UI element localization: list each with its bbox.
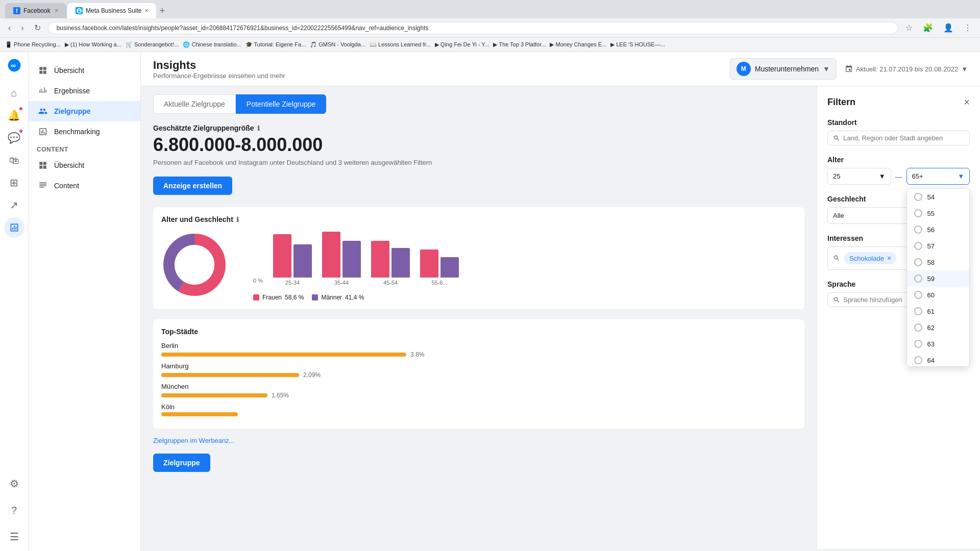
bookmark-lessons[interactable]: 📖 Lessons Learned fr... — [370, 41, 431, 48]
dropdown-option-62[interactable]: 62 — [907, 319, 970, 336]
svg-text:∞: ∞ — [11, 61, 16, 69]
dropdown-option-64[interactable]: 64 — [907, 352, 970, 367]
age-to-arrow: ▼ — [958, 172, 964, 180]
date-dropdown-icon: ▼ — [961, 65, 968, 73]
sidebar-icon-grid[interactable]: ⊞ — [4, 172, 24, 193]
interest-tag-schokolade: Schokolade × — [844, 252, 896, 264]
tab-potentiell[interactable]: Potentielle Zielgruppe — [236, 94, 326, 114]
dropdown-option-58[interactable]: 58 — [907, 254, 970, 270]
age-to-select[interactable]: 65+ ▼ 54 55 — [906, 168, 970, 185]
zielgruppe-icon — [37, 105, 49, 117]
age-dash: — — [895, 172, 902, 181]
dropdown-option-59[interactable]: 59 — [907, 270, 970, 287]
zielgruppen-im-werbeanz-link[interactable]: Zielgruppen im Werbeanz... — [153, 437, 234, 444]
info-icon: ℹ — [257, 124, 260, 132]
bookmark-phone[interactable]: 📱 Phone Recycling... — [5, 41, 61, 48]
filter-title: Filtern — [827, 97, 855, 108]
bookmark-money[interactable]: ▶ Money Changes E... — [550, 41, 606, 48]
legend-men-label: Männer — [321, 294, 342, 301]
age-from-select[interactable]: 25 ▼ — [827, 168, 891, 185]
bookmark-qing[interactable]: ▶ Qing Fei De Yi - Y... — [435, 41, 489, 48]
option-label-60: 60 — [927, 291, 935, 299]
menu-button[interactable]: ⋮ — [961, 21, 975, 35]
nav-item-benchmarking[interactable]: Benchmarking — [29, 121, 140, 142]
y-axis-label: 0 % — [253, 278, 263, 284]
bookmark-lee[interactable]: ▶ LEE 'S HOUSE—... — [610, 41, 665, 48]
interessen-search-icon — [833, 255, 840, 262]
content-icon — [37, 180, 49, 192]
bookmark-top3[interactable]: ▶ The Top 3 Platfor... — [493, 41, 546, 48]
nav-item-zielgruppe[interactable]: Zielgruppe — [29, 101, 140, 121]
sidebar-icon-comment[interactable]: 💬 — [4, 128, 24, 148]
dropdown-option-60[interactable]: 60 — [907, 287, 970, 303]
business-selector[interactable]: M Musterunternehmen ▼ — [730, 58, 837, 80]
legend-women: Frauen 58,6 % — [253, 294, 304, 301]
create-ad-button[interactable]: Anzeige erstellen — [153, 177, 232, 195]
zielgruppe-bottom-btn[interactable]: Zielgruppe — [153, 454, 210, 472]
nav-item-ubersicht2[interactable]: Übersicht — [29, 155, 140, 176]
option-label-59: 59 — [927, 275, 935, 283]
chart-info-icon: ℹ — [236, 216, 239, 223]
browser-toolbar: ‹ › ↻ business.facebook.com/latest/insig… — [0, 18, 980, 38]
geschlecht-value: Alle — [833, 212, 844, 219]
interest-remove-icon[interactable]: × — [887, 254, 891, 262]
dropdown-option-63[interactable]: 63 — [907, 336, 970, 352]
option-label-64: 64 — [927, 357, 935, 364]
bookmark-gmsn[interactable]: 🎵 GMSN - Voolgda... — [310, 41, 365, 48]
audience-tabs: Aktuelle Zielgruppe Potentielle Zielgrup… — [153, 94, 804, 114]
tab-facebook[interactable]: f Facebook × — [5, 3, 66, 18]
back-button[interactable]: ‹ — [5, 21, 14, 35]
option-label-56: 56 — [927, 226, 935, 234]
nav-item-ubersicht[interactable]: Übersicht — [29, 60, 140, 81]
bookmark-sonder[interactable]: 🛒 Sonderangebot!... — [126, 41, 179, 48]
sidebar-icon-menu[interactable]: ☰ — [4, 527, 24, 547]
tab-close-facebook[interactable]: × — [55, 7, 58, 14]
dropdown-arrow-icon: ▼ — [823, 65, 830, 73]
chart-section: Alter und Geschlecht ℹ — [153, 207, 804, 309]
standort-search[interactable] — [827, 131, 970, 145]
sidebar-icon-home[interactable]: ⌂ — [4, 83, 24, 103]
nav-item-ergebnisse[interactable]: Ergebnisse — [29, 81, 140, 101]
city-munchen-pct: 1.65% — [272, 392, 289, 399]
forward-button[interactable]: › — [18, 21, 27, 35]
radio-58 — [914, 258, 922, 266]
business-name: Musterunternehmen — [755, 65, 819, 73]
main-content: Insights Performance-Ergebnisse einsehen… — [141, 52, 980, 551]
nav-item-content[interactable]: Content — [29, 176, 140, 196]
date-range[interactable]: Aktuell: 21.07.2019 bis 20.08.2022 ▼ — [845, 65, 968, 73]
dropdown-option-56[interactable]: 56 — [907, 221, 970, 238]
reload-button[interactable]: ↻ — [31, 21, 44, 35]
age-from-value: 25 — [833, 172, 840, 180]
new-tab-button[interactable]: + — [157, 4, 167, 18]
filter-close-button[interactable]: × — [964, 96, 970, 108]
audience-description: Personen auf Facebook und Instagram unte… — [153, 159, 804, 166]
tab-aktuell[interactable]: Aktuelle Zielgruppe — [153, 94, 236, 114]
sidebar-icon-shop[interactable]: 🛍 — [4, 150, 24, 170]
sidebar-icon-chart[interactable] — [4, 217, 24, 238]
option-label-58: 58 — [927, 259, 935, 266]
sidebar-icon-bell[interactable]: 🔔 — [4, 105, 24, 126]
bookmark-chinese[interactable]: 🌐 Chinese translatio... — [183, 41, 241, 48]
sidebar-icon-arrow[interactable]: ↗ — [4, 195, 24, 215]
sidebar-icon-help[interactable]: ? — [4, 500, 24, 520]
address-bar[interactable]: business.facebook.com/latest/insights/pe… — [48, 22, 898, 34]
dropdown-option-55[interactable]: 55 — [907, 205, 970, 221]
standort-input[interactable] — [843, 134, 964, 142]
tab-meta[interactable]: Meta Business Suite × — [67, 3, 156, 18]
donut-chart — [161, 232, 228, 298]
bookmark-button[interactable]: ☆ — [902, 21, 916, 35]
bookmark-tutorial[interactable]: 🎓 Tutorial: Eigene Fa... — [246, 41, 306, 48]
nav-zielgruppe-label: Zielgruppe — [54, 107, 91, 115]
dropdown-option-54[interactable]: 54 — [907, 189, 970, 205]
dropdown-option-57[interactable]: 57 — [907, 238, 970, 254]
chart-title-text: Alter und Geschlecht — [161, 215, 233, 223]
bookmark-working[interactable]: ▶ (1) How Working a... — [65, 41, 121, 48]
sidebar-icon-settings[interactable]: ⚙ — [4, 473, 24, 494]
filter-header: Filtern × — [827, 96, 970, 108]
dropdown-option-61[interactable]: 61 — [907, 303, 970, 319]
tab-close-meta[interactable]: × — [144, 7, 148, 14]
extensions-button[interactable]: 🧩 — [920, 21, 936, 35]
profile-button[interactable]: 👤 — [940, 21, 957, 35]
nav-ubersicht-label: Übersicht — [54, 66, 84, 74]
meta-logo: ∞ — [5, 56, 23, 74]
